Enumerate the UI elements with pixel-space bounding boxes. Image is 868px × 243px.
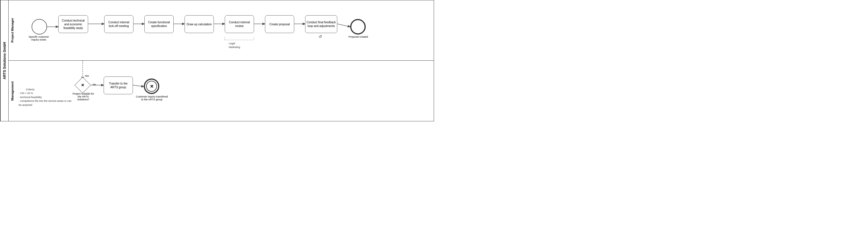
end-event-cancel-outer: ✕	[144, 79, 159, 94]
refresh-icon: ↺	[319, 34, 322, 39]
task-functional-spec: Create functional specification	[144, 15, 174, 33]
task-internal-review: Conduct internal review	[225, 15, 254, 33]
lane-pm-body: Specific customer inquiry exists Conduct…	[16, 0, 434, 60]
task-transfer: Transfer to the ARTS group	[104, 77, 133, 94]
svg-line-7	[337, 24, 350, 27]
gateway-question-label: Project suitable for the ARTS Solutions?	[72, 92, 95, 101]
end-cancel-label: Customer inquiry transfered to the ARTS …	[135, 95, 169, 101]
lane-project-manager: Project Manager	[8, 0, 434, 61]
end-event-cancel-container: ✕	[144, 79, 159, 94]
end-event-cancel-inner: ✕	[146, 81, 157, 92]
start-event	[32, 19, 47, 34]
lane-mgmt-label: Management	[8, 61, 16, 121]
gateway-x-label: ✕	[77, 79, 88, 91]
mgmt-arrows	[16, 61, 434, 121]
lane-management: Management	[8, 61, 434, 121]
annotation-legal: Legal	[229, 42, 235, 45]
pool-content: Project Manager	[8, 0, 434, 121]
task-feasibility: Conduct technical and economic feasibili…	[58, 15, 88, 33]
task-feedback-loop: Conduct final feedback loop and adjustme…	[305, 15, 337, 33]
annotation-marketing: Marketing	[229, 46, 240, 49]
lane-mgmt-body: Criteria: - CM > 20 % - technical feasib…	[16, 61, 434, 121]
bpmn-diagram: ARTS Solutions GmbH Project Manager	[0, 0, 434, 122]
yes-label: Yes	[85, 75, 89, 77]
task-kickoff: Conduct internal kick-off meeting	[104, 15, 133, 33]
gateway-container: ✕	[77, 79, 88, 91]
end-event	[350, 19, 366, 34]
no-label: No	[93, 83, 96, 86]
task-calculation: Draw up calculation	[185, 15, 214, 33]
lane-pm-label: Project Manager	[8, 0, 16, 60]
criteria-text: Criteria: - CM > 20 % - technical feasib…	[19, 84, 73, 111]
task-create-proposal: Create proposal	[265, 15, 294, 33]
pool-label: ARTS Solutions GmbH	[0, 0, 8, 121]
pool-label-text: ARTS Solutions GmbH	[3, 42, 7, 79]
start-event-label: Specific customer inquiry exists	[24, 35, 53, 41]
svg-line-13	[133, 85, 144, 86]
end-event-label: Proposal created	[345, 35, 371, 38]
